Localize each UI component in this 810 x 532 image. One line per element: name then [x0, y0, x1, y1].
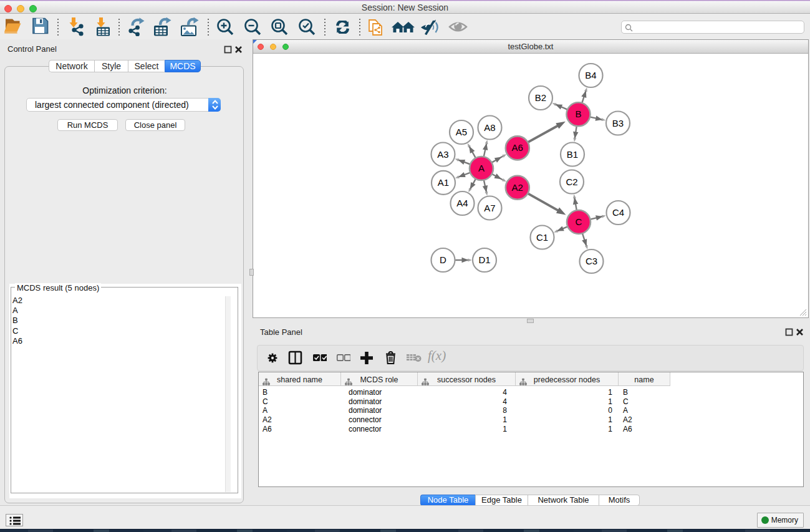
- svg-text:D: D: [440, 254, 446, 265]
- svg-text:A7: A7: [484, 203, 495, 213]
- svg-text:D1: D1: [478, 254, 490, 265]
- svg-text:C1: C1: [536, 232, 548, 243]
- svg-text:A5: A5: [456, 127, 467, 137]
- svg-text:B: B: [575, 109, 581, 119]
- svg-text:B1: B1: [567, 149, 578, 160]
- svg-text:B3: B3: [612, 118, 624, 128]
- svg-text:A6: A6: [512, 142, 523, 153]
- svg-text:A4: A4: [456, 198, 468, 208]
- svg-text:C2: C2: [566, 177, 577, 187]
- svg-text:A8: A8: [484, 122, 495, 133]
- svg-text:B4: B4: [585, 70, 596, 80]
- svg-text:C3: C3: [586, 256, 597, 266]
- svg-text:C: C: [576, 216, 582, 227]
- svg-text:A: A: [478, 163, 485, 173]
- svg-text:C4: C4: [612, 207, 624, 218]
- svg-text:A1: A1: [438, 177, 449, 188]
- svg-text:A2: A2: [512, 182, 523, 193]
- svg-text:A3: A3: [437, 149, 448, 160]
- svg-text:B2: B2: [535, 92, 546, 103]
